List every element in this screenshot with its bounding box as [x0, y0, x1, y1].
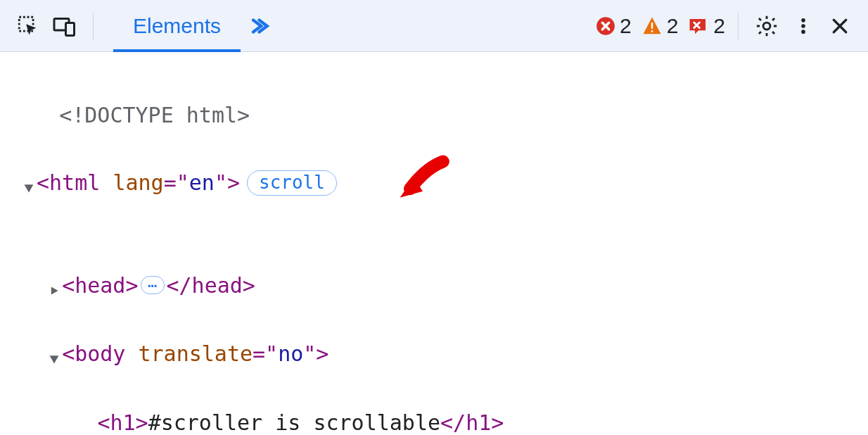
svg-point-7	[801, 18, 805, 23]
disclosure-down-icon[interactable]	[21, 168, 37, 201]
tab-elements-label: Elements	[133, 14, 221, 38]
elements-dom-tree[interactable]: <!DOCTYPE html> <html lang="en">scroll <…	[0, 52, 868, 435]
error-count-value: 2	[620, 14, 632, 38]
kebab-menu-icon[interactable]	[788, 11, 819, 42]
devtools-toolbar: Elements 2 2	[0, 0, 868, 52]
svg-point-9	[801, 30, 805, 34]
error-icon	[596, 16, 615, 36]
settings-icon[interactable]	[751, 11, 782, 42]
status-group: 2 2 2	[596, 14, 725, 38]
dom-node-h1[interactable]: <h1>#scroller is scrollable</h1>	[21, 406, 847, 436]
dom-node-head[interactable]: <head>⋯</head>	[21, 269, 847, 304]
svg-point-6	[763, 23, 770, 30]
toolbar-divider	[738, 12, 739, 40]
warning-icon	[642, 15, 663, 37]
warning-count-value: 2	[667, 14, 679, 38]
issues-count[interactable]: 2	[688, 14, 725, 38]
disclosure-down-icon[interactable]	[46, 339, 62, 372]
close-icon[interactable]	[824, 11, 855, 42]
svg-point-8	[801, 24, 805, 28]
issues-icon	[688, 17, 709, 35]
more-tabs-button[interactable]	[241, 0, 276, 51]
dom-node-html[interactable]: <html lang="en">scroll	[21, 166, 847, 235]
svg-rect-4	[651, 23, 653, 29]
error-count[interactable]: 2	[596, 14, 632, 38]
scroll-badge[interactable]: scroll	[247, 170, 337, 196]
disclosure-right-icon[interactable]	[46, 270, 62, 303]
toolbar-divider	[93, 12, 94, 40]
svg-rect-5	[651, 30, 653, 32]
warning-count[interactable]: 2	[642, 14, 679, 38]
collapsed-ellipsis-icon[interactable]: ⋯	[141, 276, 165, 294]
issues-count-value: 2	[713, 14, 725, 38]
dom-node-body[interactable]: <body translate="no">	[21, 337, 847, 372]
svg-rect-2	[66, 23, 75, 35]
tab-elements[interactable]: Elements	[113, 0, 241, 51]
device-toggle-icon[interactable]	[49, 11, 80, 42]
inspect-icon[interactable]	[13, 11, 44, 42]
annotation-arrow-icon	[340, 118, 454, 259]
doctype-text: <!DOCTYPE html>	[59, 103, 250, 127]
panel-tabs: Elements	[113, 0, 276, 51]
